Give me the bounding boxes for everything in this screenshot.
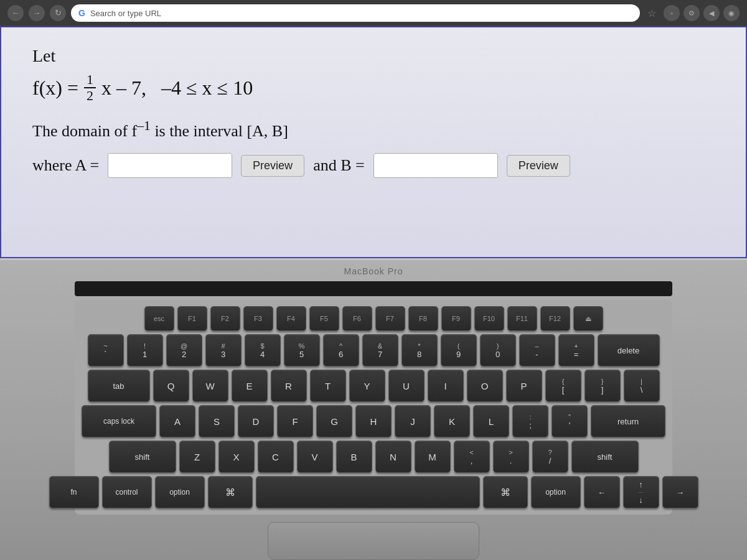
key-5[interactable]: %5 — [284, 334, 320, 366]
let-label: Let — [32, 46, 715, 66]
key-j[interactable]: J — [395, 405, 431, 437]
key-f5[interactable]: F5 — [309, 306, 339, 331]
key-w[interactable]: W — [192, 370, 228, 402]
key-k[interactable]: K — [434, 405, 470, 437]
key-4[interactable]: $4 — [245, 334, 281, 366]
key-m[interactable]: M — [415, 441, 451, 473]
key-6[interactable]: ^6 — [323, 334, 359, 366]
key-option-right[interactable]: option — [531, 476, 581, 508]
key-n[interactable]: N — [375, 441, 411, 473]
key-c[interactable]: C — [258, 441, 294, 473]
key-tilde[interactable]: ~` — [88, 334, 124, 366]
key-minus[interactable]: –- — [519, 334, 555, 366]
key-f1[interactable]: F1 — [177, 306, 207, 331]
key-p[interactable]: P — [506, 370, 542, 402]
key-control[interactable]: control — [102, 476, 152, 508]
key-8[interactable]: *8 — [402, 334, 438, 366]
key-f7[interactable]: F7 — [375, 306, 405, 331]
key-h[interactable]: H — [355, 405, 392, 437]
key-f11[interactable]: F11 — [507, 306, 537, 331]
key-1[interactable]: !1 — [127, 334, 163, 366]
key-f9[interactable]: F9 — [441, 306, 471, 331]
profile-icon[interactable]: ◉ — [723, 5, 740, 21]
key-f12[interactable]: F12 — [540, 306, 570, 331]
key-t[interactable]: T — [310, 370, 346, 402]
key-a[interactable]: A — [159, 405, 195, 437]
key-rbracket[interactable]: }] — [585, 370, 621, 402]
refresh-button[interactable]: ↻ — [50, 5, 66, 21]
key-command-left[interactable]: ⌘ — [208, 476, 253, 508]
fn-key-row: esc F1 F2 F3 F4 F5 F6 F7 F8 F9 F10 F11 F… — [83, 306, 664, 331]
browser-bar: ← → ↻ G Search or type URL ☆ + ⚙ ◀ ◉ — [0, 0, 747, 26]
google-icon: G — [78, 8, 85, 18]
key-3[interactable]: #3 — [205, 334, 242, 366]
settings-icon[interactable]: ⚙ — [684, 5, 700, 21]
key-arrow-left[interactable]: ← — [584, 476, 620, 508]
key-y[interactable]: Y — [349, 370, 385, 402]
math-content: Let f(x) = 1 2 x – 7, –4 ≤ x ≤ 10 The do… — [0, 26, 747, 258]
trackpad[interactable] — [268, 522, 479, 560]
browser-icons: + ⚙ ◀ ◉ — [664, 5, 740, 21]
key-u[interactable]: U — [388, 370, 425, 402]
touch-bar[interactable] — [75, 281, 672, 296]
key-semicolon[interactable]: :; — [512, 405, 548, 437]
preview-a-button[interactable]: Preview — [241, 155, 304, 177]
key-equals[interactable]: += — [558, 334, 594, 366]
key-slash[interactable]: ?/ — [532, 441, 568, 473]
key-d[interactable]: D — [238, 405, 274, 437]
key-space[interactable] — [256, 476, 480, 508]
key-q[interactable]: Q — [153, 370, 189, 402]
forward-button[interactable]: → — [29, 5, 45, 21]
key-shift-right[interactable]: shift — [571, 441, 639, 473]
key-arrow-right[interactable]: → — [662, 476, 698, 508]
sound-icon[interactable]: ◀ — [703, 5, 720, 21]
key-f3[interactable]: F3 — [243, 306, 273, 331]
bottom-key-row: fn control option ⌘ ⌘ option ← ↑ ↓ → — [83, 476, 664, 508]
url-bar[interactable]: G Search or type URL — [71, 4, 640, 22]
key-b[interactable]: B — [336, 441, 372, 473]
key-command-right[interactable]: ⌘ — [483, 476, 528, 508]
preview-b-button[interactable]: Preview — [507, 155, 570, 177]
key-f[interactable]: F — [277, 405, 313, 437]
key-backslash[interactable]: |\ — [624, 370, 660, 402]
key-i[interactable]: I — [428, 370, 464, 402]
key-f6[interactable]: F6 — [342, 306, 372, 331]
key-caps[interactable]: caps lock — [82, 405, 156, 437]
key-comma[interactable]: <, — [454, 441, 490, 473]
key-l[interactable]: L — [473, 405, 509, 437]
key-e[interactable]: E — [232, 370, 268, 402]
key-v[interactable]: V — [297, 441, 333, 473]
key-0[interactable]: )0 — [480, 334, 516, 366]
key-arrow-updown[interactable]: ↑ ↓ — [623, 476, 659, 508]
key-esc[interactable]: esc — [144, 306, 174, 331]
key-option-left[interactable]: option — [155, 476, 205, 508]
key-f4[interactable]: F4 — [276, 306, 306, 331]
key-z[interactable]: Z — [179, 441, 215, 473]
key-g[interactable]: G — [316, 405, 352, 437]
input-a[interactable] — [108, 153, 232, 178]
plus-button[interactable]: + — [664, 5, 680, 21]
key-s[interactable]: S — [199, 405, 235, 437]
key-f2[interactable]: F2 — [210, 306, 240, 331]
key-quote[interactable]: "' — [552, 405, 588, 437]
back-button[interactable]: ← — [7, 5, 24, 21]
key-f8[interactable]: F8 — [408, 306, 438, 331]
key-delete[interactable]: delete — [598, 334, 660, 366]
key-shift-left[interactable]: shift — [109, 441, 176, 473]
key-tab[interactable]: tab — [88, 370, 150, 402]
key-2[interactable]: @2 — [166, 334, 202, 366]
zxcv-key-row: shift Z X C V B N M <, >. ?/ shift — [83, 441, 664, 473]
key-o[interactable]: O — [467, 370, 503, 402]
key-fn[interactable]: fn — [49, 476, 99, 508]
key-r[interactable]: R — [271, 370, 307, 402]
input-b[interactable] — [374, 153, 498, 178]
key-power[interactable]: ⏏ — [573, 306, 603, 331]
key-x[interactable]: X — [218, 441, 255, 473]
bookmark-icon[interactable]: ☆ — [645, 6, 659, 20]
key-9[interactable]: (9 — [441, 334, 477, 366]
key-lbracket[interactable]: {[ — [545, 370, 581, 402]
key-7[interactable]: &7 — [362, 334, 398, 366]
key-f10[interactable]: F10 — [474, 306, 504, 331]
key-return[interactable]: return — [591, 405, 665, 437]
key-period[interactable]: >. — [493, 441, 529, 473]
